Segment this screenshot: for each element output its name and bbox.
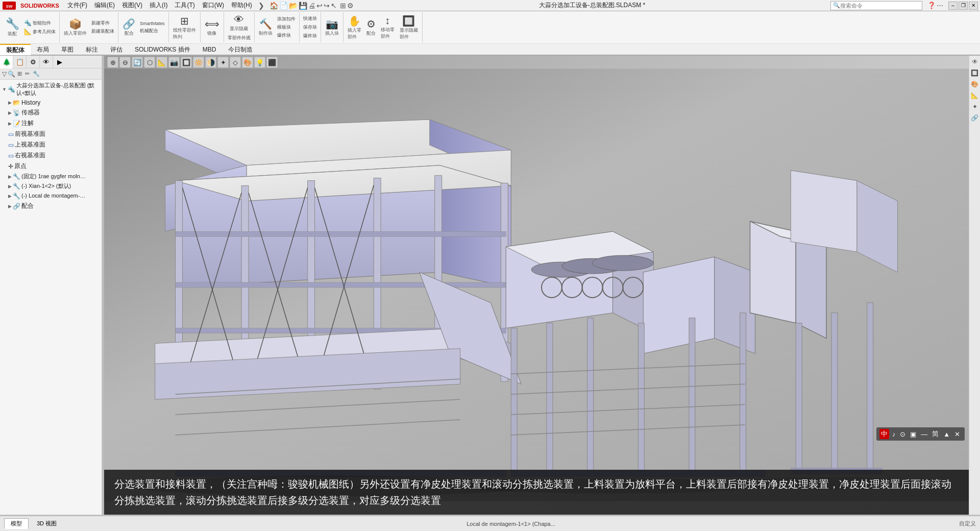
smart-mate-btn[interactable]: SmartMates xyxy=(138,20,166,27)
clipboard-icon[interactable]: ▣ xyxy=(909,430,918,439)
appearance-icon[interactable]: 🎨 xyxy=(242,57,253,68)
right-view-icon[interactable]: 👁 xyxy=(970,57,979,66)
view-block-btn[interactable]: 📷 插入块 xyxy=(323,17,341,38)
zoom-out-icon[interactable]: ⊖ xyxy=(119,57,131,68)
tree-item-history[interactable]: ▶ 📂 History xyxy=(0,98,102,107)
realview-icon[interactable]: ⬛ xyxy=(266,57,278,68)
explode-line-btn[interactable]: 爆炸块 xyxy=(276,32,297,39)
redo-icon[interactable]: ↪ xyxy=(324,2,330,10)
menu-view[interactable]: 视图(V) xyxy=(119,1,145,10)
smart-component-btn[interactable]: 🔩智能扣件 xyxy=(22,19,57,27)
mechanical-mate-btn[interactable]: 机械配合 xyxy=(138,27,166,35)
tab-plugins[interactable]: SOLIDWORKS 插件 xyxy=(129,44,197,55)
tab-assembly[interactable]: 装配体 xyxy=(0,44,31,55)
menu-help[interactable]: 帮助(H) xyxy=(228,1,255,10)
menu-edit[interactable]: 编辑(E) xyxy=(91,1,118,10)
menu-insert[interactable]: 插入(I) xyxy=(146,1,170,10)
new-assembly-btn[interactable]: 新建装配体 xyxy=(90,28,116,35)
assembly-xpert-btn[interactable]: 添加扣件 xyxy=(276,15,297,23)
status-tab-model[interactable]: 模型 xyxy=(4,518,29,529)
panel-tab-display[interactable]: 👁 xyxy=(40,55,53,68)
tree-item-part1[interactable]: ▶ 🔧 (固定) 1rae gygfer molne v27<1> xyxy=(0,172,102,181)
right-link-icon[interactable]: 🔗 xyxy=(970,113,979,123)
status-customize-btn[interactable]: 自定义 xyxy=(959,520,976,527)
right-display-icon[interactable]: 🔲 xyxy=(970,68,979,78)
save-icon[interactable]: 💾 xyxy=(299,2,307,10)
x-icon[interactable]: ✕ xyxy=(953,430,962,439)
save-block-btn[interactable]: 快速块 xyxy=(302,15,318,22)
panel-tab-more[interactable]: ▶ xyxy=(53,55,66,68)
cn-icon[interactable]: 中 xyxy=(879,429,889,439)
simple-icon[interactable]: 简 xyxy=(930,429,940,439)
restore-button[interactable]: ❐ xyxy=(959,2,968,10)
new-part-btn[interactable]: 新建零件 xyxy=(90,19,116,27)
tree-item-part2[interactable]: ▶ 🔧 (-) Xian-1<2> (默认) xyxy=(0,181,102,191)
tree-item-annotation[interactable]: ▶ 📝 注解 xyxy=(0,118,102,129)
open-icon[interactable]: 📂 xyxy=(289,2,298,10)
view-cube-icon[interactable]: ⬡ xyxy=(144,57,155,68)
shading-icon[interactable]: 🔆 xyxy=(193,57,204,68)
camera-icon[interactable]: 📷 xyxy=(168,57,180,68)
new-icon[interactable]: 📄 xyxy=(279,2,288,10)
viewport[interactable]: ⊕ ⊖ 🔄 ⬡ 📐 📷 🔲 🔆 🌗 ✦ ◇ 🎨 💡 ⬛ xyxy=(104,55,969,515)
rebuild-icon[interactable]: ⊞ xyxy=(340,2,346,10)
tab-manufacture[interactable]: 今日制造 xyxy=(222,44,259,55)
right-measure2-icon[interactable]: 📐 xyxy=(970,91,979,100)
menu-tools[interactable]: 工具(T) xyxy=(172,1,198,10)
music-icon[interactable]: ♪ xyxy=(891,430,897,439)
status-tab-3dview[interactable]: 3D 视图 xyxy=(31,519,63,528)
more-icon[interactable]: ⋯ xyxy=(937,2,943,9)
zoom-to-fit-icon[interactable]: ⊕ xyxy=(107,57,118,68)
rotate-icon[interactable]: 🔄 xyxy=(132,57,143,68)
section-view-icon[interactable]: ✦ xyxy=(217,57,229,68)
search-bar[interactable]: 🔍 xyxy=(830,1,922,10)
filter-component-icon[interactable]: ⊞ xyxy=(16,70,23,77)
tree-item-mate[interactable]: ▶ 🔗 配合 xyxy=(0,201,102,211)
assembly-btn[interactable]: 🔧 装配 xyxy=(3,16,21,38)
panel-tab-properties[interactable]: 📋 xyxy=(13,55,27,68)
insert-block-btn[interactable]: 爆炸块 xyxy=(302,32,318,40)
options-icon[interactable]: ⚙ xyxy=(347,2,354,10)
record-icon[interactable]: ⊙ xyxy=(898,430,907,439)
tree-item-part3[interactable]: ▶ 🔧 (-) Local de montagem-1<1> (默认 xyxy=(0,191,102,201)
align-btn[interactable]: ⚙ 配合 xyxy=(364,17,378,38)
tab-markup[interactable]: 标注 xyxy=(80,44,104,55)
display-style-icon[interactable]: 🔲 xyxy=(181,57,192,68)
component-colors-btn[interactable]: 零部件外观 xyxy=(226,34,252,42)
right-color-icon[interactable]: 🎨 xyxy=(970,80,979,89)
filter-sketch-icon[interactable]: ✏ xyxy=(24,70,31,77)
filter-feature-icon[interactable]: 🔧 xyxy=(32,70,41,77)
undo-icon[interactable]: ↩ xyxy=(316,2,323,10)
tree-item-origin[interactable]: ✛ 原点 xyxy=(0,161,102,172)
filter-icon[interactable]: ▽ xyxy=(2,70,7,78)
tree-item-sensor[interactable]: ▶ 📡 传感器 xyxy=(0,107,102,118)
tree-item-right-plane[interactable]: ▭ 右视基准面 xyxy=(0,150,102,161)
home-icon[interactable]: 🏠 xyxy=(270,2,278,10)
tree-item-top-plane[interactable]: ▭ 上视基准面 xyxy=(0,139,102,150)
linear-pattern-btn[interactable]: ⊞ 线性零部件阵列 xyxy=(171,14,198,41)
tree-item-front-plane[interactable]: ▭ 前视基准面 xyxy=(0,129,102,139)
show-hide-btn[interactable]: 👁 显示隐藏 xyxy=(226,13,252,33)
panel-tab-config[interactable]: ⚙ xyxy=(27,55,40,68)
help-icon[interactable]: ❓ xyxy=(927,2,936,9)
minimize-button[interactable]: – xyxy=(948,2,958,10)
shadows-icon[interactable]: 🌗 xyxy=(205,57,216,68)
up-icon[interactable]: ▲ xyxy=(942,430,951,439)
save-block2-btn[interactable]: 保存块 xyxy=(302,23,318,31)
search-input[interactable] xyxy=(840,3,912,9)
tab-layout[interactable]: 布局 xyxy=(31,44,55,55)
mate-btn[interactable]: 🔗 配合 xyxy=(120,17,137,38)
print-icon[interactable]: 🖨 xyxy=(308,2,315,10)
select-icon[interactable]: ↖ xyxy=(331,2,337,10)
close-button[interactable]: ✕ xyxy=(969,2,978,10)
tab-mbd[interactable]: MBD xyxy=(197,44,223,55)
expand-menu-icon[interactable]: ❯ xyxy=(256,1,266,10)
assembly-feature-btn[interactable]: 🔨 制作块 xyxy=(257,17,275,38)
tab-evaluate[interactable]: 评估 xyxy=(104,44,129,55)
copy-btn[interactable]: ↕ 移动零部件 xyxy=(379,14,397,41)
dash-icon[interactable]: — xyxy=(919,430,929,439)
panel-tab-feature[interactable]: 🌲 xyxy=(0,55,13,68)
transparency-icon[interactable]: ◇ xyxy=(230,57,241,68)
insert-component-btn[interactable]: 📦 插入零部件 xyxy=(62,17,89,38)
tree-root-item[interactable]: ▼ 🔩 大蒜分选加工设备-总装配图 (默认<默认 xyxy=(0,81,102,98)
